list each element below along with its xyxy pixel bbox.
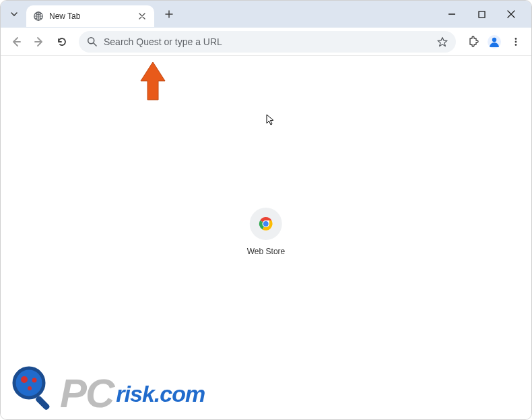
close-icon: [139, 13, 145, 20]
profile-button[interactable]: [486, 33, 503, 51]
svg-point-8: [515, 44, 517, 46]
address-input[interactable]: [104, 36, 437, 47]
svg-point-3: [88, 38, 94, 44]
back-button[interactable]: [6, 32, 26, 52]
svg-rect-2: [479, 11, 485, 18]
chevron-down-icon: [10, 10, 18, 18]
shortcut-tile: [250, 208, 282, 240]
maximize-button[interactable]: [472, 5, 491, 24]
search-icon: [87, 36, 97, 47]
omnibox[interactable]: [79, 31, 456, 53]
shortcut-label: Web Store: [247, 247, 285, 256]
svg-point-14: [21, 376, 28, 383]
kebab-menu-icon: [511, 37, 521, 47]
tab-close-button[interactable]: [137, 11, 147, 22]
tab-title: New Tab: [49, 11, 137, 21]
watermark-pc: PC: [60, 373, 113, 414]
minimize-icon: [448, 10, 456, 18]
chrome-web-store-icon: [258, 216, 274, 232]
plus-icon: [165, 10, 173, 18]
globe-icon: [33, 11, 44, 22]
close-window-button[interactable]: [502, 5, 521, 24]
watermark-risk: risk.com: [116, 382, 205, 405]
annotation-arrow: [135, 59, 176, 109]
svg-point-6: [515, 38, 517, 40]
browser-tab[interactable]: New Tab: [26, 5, 154, 27]
magnifier-logo-icon: [7, 361, 60, 414]
puzzle-icon: [467, 36, 479, 47]
toolbar: [1, 28, 531, 56]
watermark: PC risk.com: [7, 361, 205, 414]
arrow-right-icon: [34, 36, 44, 47]
star-icon: [437, 36, 448, 47]
svg-point-7: [515, 40, 517, 42]
new-tab-button[interactable]: [160, 5, 178, 24]
svg-point-15: [32, 378, 37, 383]
tab-search-dropdown[interactable]: [6, 6, 22, 22]
minimize-button[interactable]: [442, 5, 461, 24]
mouse-cursor: [266, 114, 275, 129]
reload-button[interactable]: [52, 32, 72, 52]
extensions-button[interactable]: [463, 32, 483, 52]
maximize-icon: [478, 11, 486, 18]
svg-point-5: [492, 37, 496, 41]
menu-button[interactable]: [506, 32, 526, 52]
shortcut-web-store[interactable]: Web Store: [247, 208, 285, 256]
window-controls: [442, 5, 526, 24]
page-content: Web Store PC risk.com: [1, 56, 531, 420]
arrow-left-icon: [11, 36, 22, 47]
reload-icon: [57, 36, 67, 47]
profile-avatar-icon: [487, 34, 502, 49]
svg-point-16: [28, 386, 32, 390]
forward-button[interactable]: [29, 32, 49, 52]
bookmark-button[interactable]: [437, 36, 448, 47]
svg-rect-17: [35, 395, 51, 411]
tab-strip: New Tab: [1, 1, 531, 28]
close-icon: [507, 10, 515, 18]
